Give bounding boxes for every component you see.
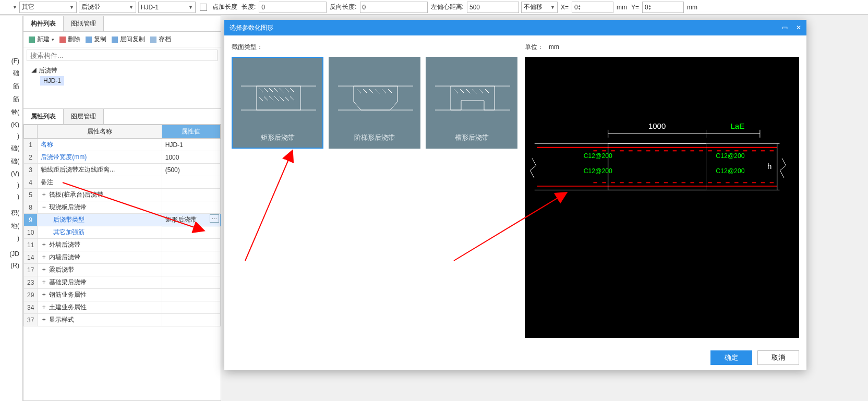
type-dropdown[interactable]: 后浇带▼ [79,2,136,13]
length-input[interactable]: 0 [259,2,327,13]
leftstrip-item[interactable]: ) [17,193,22,200]
property-row[interactable]: 23+基础梁后浇带 [24,276,221,289]
y-label: Y= [631,4,639,11]
property-row[interactable]: 11+外墙后浇带 [24,239,221,251]
chevron-down-icon: ▼ [69,5,74,10]
expander-icon[interactable]: + [41,241,47,248]
add-length-checkbox[interactable] [200,4,207,11]
section-card[interactable]: 矩形后浇带 [232,57,323,149]
property-row[interactable]: 37+显示样式 [24,314,221,326]
section-type-cards: 矩形后浇带阶梯形后浇带槽形后浇带 [232,57,517,149]
spinner-icon[interactable]: ▲▼ [578,2,582,13]
tab-drawing-manage[interactable]: 图纸管理 [64,16,104,31]
property-row[interactable]: 10其它加强筋 [24,226,221,239]
new-button[interactable]: 新建▾ [29,35,54,44]
floor-copy-icon [112,37,118,43]
property-row[interactable]: 1名称HJD-1 [24,139,221,151]
component-toolbar: 新建▾ 删除 复制 层间复制 存档 [23,32,221,47]
leftstrip-item[interactable]: (R) [10,262,22,269]
category-dropdown[interactable]: 其它▼ [19,2,77,13]
tab-layer-manage[interactable]: 图层管理 [64,109,104,124]
leftstrip-item[interactable]: 筋 [13,95,22,104]
leftstrip-item[interactable]: (JD [9,250,22,258]
x-input[interactable]: 0▲▼ [572,2,613,13]
archive-icon [150,37,156,43]
maximize-icon[interactable]: ▭ [782,24,788,31]
close-icon[interactable]: ✕ [796,24,801,31]
property-row[interactable]: 17+梁后浇带 [24,264,221,276]
offset-label: 左偏心距离: [431,3,464,11]
expander-icon[interactable]: + [41,316,47,323]
leftstrip-item[interactable]: (K) [11,121,22,128]
property-row[interactable]: 5+筏板(桩承台)后浇带 [24,189,221,201]
reverse-length-input[interactable]: 0 [360,2,428,13]
new-icon [29,37,35,43]
component-search[interactable] [27,50,218,61]
leftstrip-item[interactable]: ) [17,132,22,140]
dialog-title: 选择参数化图形 [230,23,273,32]
svg-rect-2 [257,86,300,110]
copy-button[interactable]: 复制 [86,35,106,44]
property-row[interactable]: 29+钢筋业务属性 [24,289,221,301]
leftstrip-item[interactable]: 筋 [13,82,22,91]
leftstrip-item[interactable]: 地( [11,222,22,230]
expander-icon[interactable]: + [41,291,47,298]
col-property-name: 属性名称 [38,125,162,139]
floor-copy-button[interactable]: 层间复制 [112,35,145,44]
tab-property-list[interactable]: 属性列表 [23,109,64,124]
property-row[interactable]: 9后浇带类型矩形后浇带⋯ [24,214,221,226]
tab-component-list[interactable]: 构件列表 [23,16,64,31]
leftstrip-item[interactable]: (F) [11,57,22,65]
property-row[interactable]: 14+内墙后浇带 [24,251,221,264]
expander-icon[interactable]: + [41,266,47,273]
leftstrip-item[interactable]: 础( [11,144,22,153]
offset-input[interactable]: 500 [467,2,519,13]
leftstrip-item[interactable]: ) [17,235,22,242]
unit-value: mm [549,43,559,51]
card-caption: 矩形后浇带 [261,133,295,142]
expander-icon[interactable]: + [41,253,47,261]
x-label: X= [561,4,569,11]
property-row[interactable]: 3轴线距后浇带左边线距离...(500) [24,164,221,176]
parametric-shape-dialog: 选择参数化图形 ▭ ✕ 截面类型： 矩形后浇带阶梯形后浇带槽形后浇带 单位： m… [224,20,806,370]
property-row[interactable]: 8−现浇板后浇带 [24,201,221,214]
rebar-label: C12@200 [584,167,612,175]
left-category-strip: (F)础筋筋带((K))础(础((V)))积(地()(JD(R) [0,16,23,401]
spinner-icon[interactable]: ▲▼ [648,2,653,13]
copy-icon [86,37,92,43]
property-row[interactable]: 34+土建业务属性 [24,301,221,314]
section-card[interactable]: 阶梯形后浇带 [329,57,420,149]
section-card[interactable]: 槽形后浇带 [426,57,517,149]
expander-icon[interactable]: + [41,303,47,311]
dialog-footer: 确定 取消 [224,345,806,370]
leftstrip-item[interactable]: 带( [11,108,22,117]
card-caption: 槽形后浇带 [455,133,489,142]
chevron-down-icon: ▼ [129,5,134,10]
tree-root[interactable]: ◢ 后浇带 [28,65,216,76]
leftstrip-item[interactable]: 础( [11,157,22,166]
expander-icon[interactable]: + [41,278,47,286]
left-panel: 构件列表 图纸管理 新建▾ 删除 复制 层间复制 存档 ◢ 后浇带 HJD-1 … [23,16,221,401]
leftstrip-item[interactable]: 积( [11,209,22,217]
property-row[interactable]: 4备注 [24,176,221,189]
leftstrip-item[interactable]: 础 [13,69,22,78]
archive-button[interactable]: 存档 [150,35,171,44]
component-tabs: 构件列表 图纸管理 [23,16,221,32]
ellipsis-button[interactable]: ⋯ [210,214,219,223]
component-dropdown[interactable]: HJD-1▼ [138,2,196,13]
dim-top: 1000 [648,121,666,130]
tree-item-hjd1[interactable]: HJD-1 [40,76,64,86]
ok-button[interactable]: 确定 [710,350,752,365]
expander-icon[interactable]: − [41,203,47,211]
cancel-button[interactable]: 取消 [757,350,799,365]
property-row[interactable]: 2后浇带宽度(mm)1000 [24,151,221,164]
delete-button[interactable]: 删除 [59,35,80,44]
card-caption: 阶梯形后浇带 [354,133,395,142]
expander-icon[interactable]: + [41,191,47,198]
y-input[interactable]: 0▲▼ [642,2,684,13]
leftstrip-item[interactable]: (V) [11,170,22,177]
delete-icon [59,37,66,43]
leftstrip-item[interactable]: ) [17,181,22,189]
shift-dropdown[interactable]: 不偏移▼ [521,2,558,13]
length-label: 长度: [242,3,256,11]
